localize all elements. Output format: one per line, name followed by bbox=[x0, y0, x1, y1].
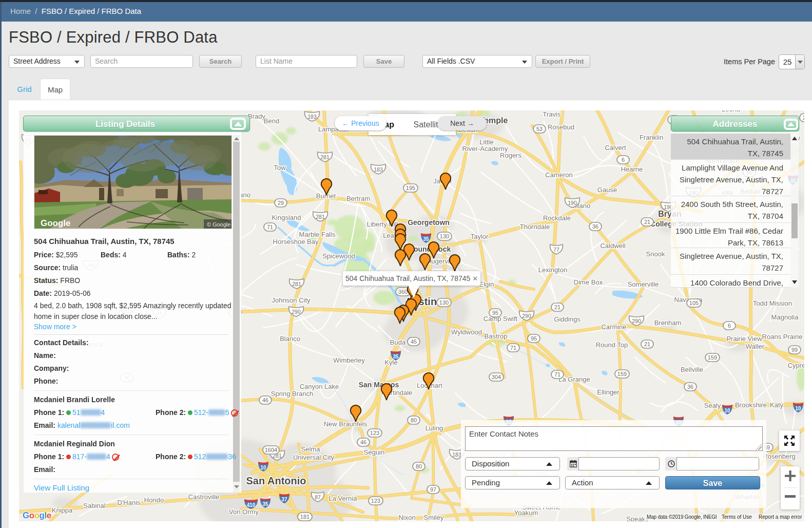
svg-text:304: 304 bbox=[492, 374, 501, 380]
svg-text:281: 281 bbox=[316, 214, 325, 220]
svg-text:Waller: Waller bbox=[746, 343, 765, 350]
svg-text:Calvert: Calvert bbox=[605, 144, 626, 152]
svg-text:Cypre: Cypre bbox=[788, 362, 804, 369]
svg-text:Marble Falls: Marble Falls bbox=[299, 231, 336, 238]
svg-text:Luling: Luling bbox=[426, 424, 443, 432]
svg-text:Giddings: Giddings bbox=[554, 315, 581, 323]
svg-text:Todd Mission: Todd Mission bbox=[753, 299, 792, 307]
svg-text:Wimberley: Wimberley bbox=[333, 356, 365, 364]
svg-text:1604: 1604 bbox=[265, 447, 277, 453]
svg-text:190: 190 bbox=[568, 200, 577, 206]
svg-text:Rogers: Rogers bbox=[500, 152, 521, 159]
svg-text:Travis: Travis bbox=[543, 110, 561, 118]
svg-text:10: 10 bbox=[795, 406, 801, 411]
svg-text:Georgetown: Georgetown bbox=[408, 218, 450, 227]
svg-text:Brookshire: Brookshire bbox=[735, 401, 767, 409]
svg-text:Caldwell: Caldwell bbox=[600, 242, 625, 250]
svg-text:Brady: Brady bbox=[248, 112, 265, 120]
svg-text:Snook: Snook bbox=[646, 250, 665, 258]
svg-text:Prairie View: Prairie View bbox=[726, 335, 762, 343]
svg-text:21: 21 bbox=[554, 304, 560, 310]
svg-text:6: 6 bbox=[728, 323, 731, 329]
svg-text:Dime Box: Dime Box bbox=[574, 278, 603, 286]
svg-text:159: 159 bbox=[617, 371, 627, 377]
svg-text:46: 46 bbox=[360, 439, 366, 445]
svg-text:D'Hanis: D'Hanis bbox=[117, 499, 141, 506]
svg-text:80: 80 bbox=[416, 463, 422, 469]
svg-text:290: 290 bbox=[522, 313, 531, 319]
svg-text:Blanco: Blanco bbox=[280, 335, 300, 343]
svg-text:La Vernia: La Vernia bbox=[329, 495, 358, 502]
svg-text:Von Ormy: Von Ormy bbox=[229, 508, 259, 516]
svg-text:36: 36 bbox=[592, 223, 598, 230]
svg-text:281: 281 bbox=[292, 281, 301, 287]
svg-text:290: 290 bbox=[632, 318, 641, 324]
svg-text:97: 97 bbox=[430, 486, 436, 493]
svg-text:Hearne: Hearne bbox=[621, 165, 643, 173]
svg-text:© Google: © Google bbox=[207, 221, 231, 228]
svg-text:Universal City: Universal City bbox=[293, 454, 335, 461]
svg-text:35: 35 bbox=[393, 354, 399, 360]
svg-text:21: 21 bbox=[644, 341, 650, 347]
svg-text:Sealy: Sealy bbox=[704, 402, 721, 409]
svg-text:Rockdale: Rockdale bbox=[543, 214, 571, 222]
svg-text:183: 183 bbox=[307, 114, 317, 120]
svg-text:Bastrop: Bastrop bbox=[485, 332, 508, 340]
svg-text:Cameron: Cameron bbox=[545, 171, 572, 179]
svg-text:Sabinal: Sabinal bbox=[83, 502, 105, 510]
svg-text:Rosebud: Rosebud bbox=[548, 123, 574, 131]
svg-text:San Antonio: San Antonio bbox=[246, 475, 306, 486]
svg-text:Elgin: Elgin bbox=[479, 280, 494, 288]
svg-text:Nixon: Nixon bbox=[398, 514, 415, 521]
svg-text:Thorndale: Thorndale bbox=[520, 223, 550, 231]
svg-text:71: 71 bbox=[554, 371, 560, 378]
svg-text:Castroville: Castroville bbox=[188, 493, 220, 501]
svg-text:130: 130 bbox=[440, 233, 449, 239]
svg-text:87: 87 bbox=[315, 494, 321, 500]
svg-text:Buda: Buda bbox=[390, 338, 406, 346]
svg-text:77: 77 bbox=[553, 247, 559, 253]
svg-text:183: 183 bbox=[452, 451, 461, 458]
svg-text:10: 10 bbox=[260, 465, 266, 470]
svg-text:San Marcos: San Marcos bbox=[359, 381, 399, 389]
svg-text:Google: Google bbox=[41, 218, 71, 228]
svg-text:Kingsland: Kingsland bbox=[272, 214, 301, 221]
svg-text:130: 130 bbox=[439, 299, 449, 306]
svg-text:410: 410 bbox=[247, 502, 256, 508]
svg-text:Brenham: Brenham bbox=[654, 319, 682, 327]
svg-text:46: 46 bbox=[262, 397, 268, 403]
svg-text:Spring Branch: Spring Branch bbox=[271, 390, 313, 398]
svg-text:21: 21 bbox=[803, 115, 804, 121]
svg-text:Johnson City: Johnson City bbox=[272, 296, 311, 304]
svg-text:95: 95 bbox=[492, 310, 498, 316]
svg-text:Taylor: Taylor bbox=[471, 233, 489, 240]
svg-text:6: 6 bbox=[622, 157, 625, 163]
svg-text:Knippa: Knippa bbox=[52, 506, 73, 514]
svg-text:159: 159 bbox=[708, 354, 717, 361]
svg-text:Magnolia: Magnolia bbox=[771, 313, 799, 321]
svg-text:Rosenberg: Rosenberg bbox=[763, 452, 796, 460]
svg-text:71: 71 bbox=[510, 345, 516, 351]
svg-text:183: 183 bbox=[374, 166, 383, 173]
svg-text:Bellville: Bellville bbox=[681, 366, 703, 373]
svg-text:99: 99 bbox=[791, 347, 798, 353]
svg-text:Canyon Lake: Canyon Lake bbox=[300, 383, 339, 390]
svg-text:123: 123 bbox=[370, 430, 379, 436]
svg-text:37: 37 bbox=[281, 497, 287, 502]
svg-text:New Braunfels: New Braunfels bbox=[324, 420, 368, 428]
svg-text:45: 45 bbox=[411, 338, 417, 345]
svg-text:36: 36 bbox=[687, 384, 693, 390]
svg-text:195: 195 bbox=[406, 185, 415, 191]
svg-text:Carmine: Carmine bbox=[601, 323, 626, 331]
svg-text:290: 290 bbox=[292, 309, 301, 315]
svg-text:Smiley: Smiley bbox=[423, 514, 444, 521]
svg-text:181: 181 bbox=[300, 514, 310, 520]
svg-text:Wyldwood: Wyldwood bbox=[451, 328, 482, 336]
svg-text:Lexington: Lexington bbox=[538, 266, 567, 274]
svg-text:Franklin: Franklin bbox=[640, 134, 663, 141]
svg-text:71: 71 bbox=[267, 224, 273, 230]
svg-text:105: 105 bbox=[689, 300, 699, 306]
svg-text:360: 360 bbox=[398, 289, 408, 295]
svg-text:Roans Prairie: Roans Prairie bbox=[762, 333, 803, 341]
svg-text:Somerville: Somerville bbox=[628, 280, 659, 288]
